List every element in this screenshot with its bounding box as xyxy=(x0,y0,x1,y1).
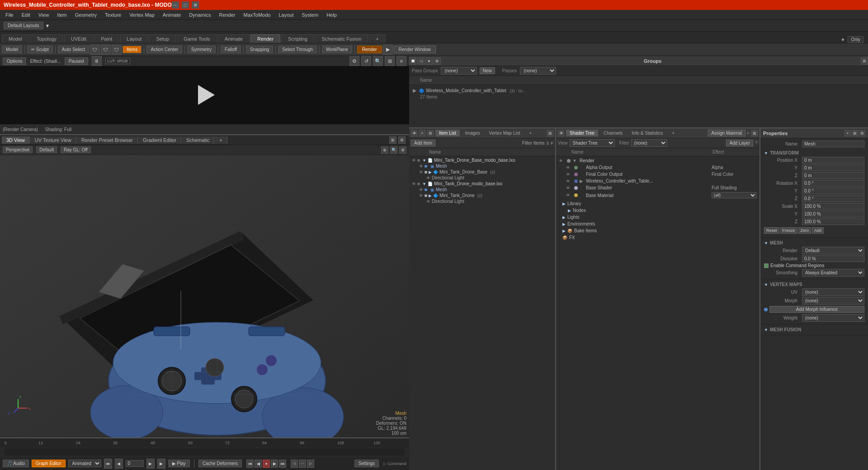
tab-scripting[interactable]: Scripting xyxy=(281,34,314,43)
weight-select[interactable]: (none) xyxy=(802,314,864,322)
filter-S-btn[interactable]: S xyxy=(546,141,549,146)
shading-S-btn[interactable]: S xyxy=(755,140,758,146)
cache-deformers-btn[interactable]: Cache Deformers xyxy=(198,460,242,467)
sculpt-btn[interactable]: ✏ Sculpt xyxy=(27,46,53,53)
shading-eye-render[interactable]: 👁 xyxy=(559,159,565,163)
play-label-btn[interactable]: ▶ Play xyxy=(168,460,190,467)
transport-3[interactable]: ● xyxy=(263,460,270,468)
shading-row-render[interactable]: 👁 ▼ Render xyxy=(557,157,759,164)
play-btn[interactable]: ▶ xyxy=(146,459,155,469)
shading-bake-items[interactable]: ▶ 📦 Bake Items xyxy=(559,227,757,234)
action-center-btn[interactable]: Action Center xyxy=(146,46,182,53)
viewport-tab-schematic[interactable]: Schematic xyxy=(182,136,214,144)
eye-g2[interactable]: 👁 xyxy=(419,193,423,198)
mesh-expand[interactable]: ▼ xyxy=(764,241,768,245)
paused-btn[interactable]: Paused xyxy=(65,57,88,65)
menu-edit[interactable]: Edit xyxy=(18,11,34,19)
animated-select[interactable]: Animated xyxy=(68,460,101,467)
mf-expand[interactable]: ▼ xyxy=(764,328,768,332)
tab-info-stats[interactable]: Info & Statistics xyxy=(628,130,666,136)
shading-row-finalcolor[interactable]: 👁 Final Color Output Final Color xyxy=(557,171,759,178)
tab-topology[interactable]: Topology xyxy=(30,34,63,43)
shield-icon-1[interactable]: 🛡 xyxy=(90,45,100,55)
menu-view[interactable]: View xyxy=(35,11,53,19)
menu-geometry[interactable]: Geometry xyxy=(71,11,100,19)
preview-zoom-icon[interactable]: 🔍 xyxy=(373,56,383,66)
preview-maximize-icon[interactable]: ⊞ xyxy=(385,56,395,66)
groups-icon-2[interactable]: ◁ xyxy=(417,57,425,65)
enable-cmd-checkbox[interactable] xyxy=(764,263,769,268)
preview-settings-icon[interactable]: ⚙ xyxy=(349,56,359,66)
motion-3[interactable]: ▷ xyxy=(307,460,314,468)
filter-F-btn[interactable]: F xyxy=(551,141,554,146)
menu-animate[interactable]: Animate xyxy=(159,11,184,19)
pause-icon[interactable]: ⏸ xyxy=(92,56,102,66)
render-select[interactable]: Default xyxy=(802,247,864,254)
viewport-zoom-icon[interactable]: 🔍 xyxy=(390,146,397,154)
shading-eye-alpha[interactable]: 👁 xyxy=(566,165,572,170)
eye-l1[interactable]: 👁 xyxy=(426,176,430,180)
tab-render[interactable]: Render xyxy=(250,34,280,43)
sx-input[interactable] xyxy=(802,203,864,210)
close-btn[interactable]: ✕ xyxy=(192,1,199,9)
render-btn[interactable]: Render xyxy=(357,46,382,53)
viewport-tab-gradient[interactable]: Gradient Editor xyxy=(138,136,181,144)
snapping-btn[interactable]: Snapping xyxy=(246,46,273,53)
tab-vertex-map-list[interactable]: Vertex Map List xyxy=(486,130,524,136)
shading-eye-bm[interactable]: 👁 xyxy=(566,193,572,197)
add-morph-influence-btn[interactable]: Add Morph Influence xyxy=(769,306,864,313)
menu-texture[interactable]: Texture xyxy=(101,11,125,19)
pass-groups-select[interactable]: (none) xyxy=(441,67,477,75)
timeline-track[interactable] xyxy=(0,447,409,457)
itemlist-maximize-icon[interactable]: ⊞ xyxy=(547,130,553,136)
transport-4[interactable]: ▶ xyxy=(271,460,278,468)
shading-maximize-icon[interactable]: ⊞ xyxy=(751,130,758,136)
tab-uvedit[interactable]: UVEdit xyxy=(64,34,93,43)
sz-input[interactable] xyxy=(802,218,864,225)
eye-g1[interactable]: 👁 xyxy=(419,170,423,174)
workplane-btn[interactable]: WorkPlane xyxy=(322,46,352,53)
assign-material-btn[interactable]: Assign Material xyxy=(708,130,745,136)
px-input[interactable] xyxy=(802,157,864,164)
viewport-expand-icon[interactable]: ⊞ xyxy=(389,136,396,144)
add-item-btn[interactable]: Add Item xyxy=(411,140,435,146)
graph-editor-btn[interactable]: Graph Editor xyxy=(32,460,66,467)
minimize-btn[interactable]: ─ xyxy=(172,1,179,9)
eye-s2[interactable]: 👁 xyxy=(412,182,416,186)
tree-row-light2[interactable]: 👁 Directional Light xyxy=(410,198,554,204)
menu-help[interactable]: Help xyxy=(323,11,340,19)
viewport-tab-uv[interactable]: UV Texture View xyxy=(30,136,76,144)
eye-icon-s1[interactable]: 👁 xyxy=(412,158,416,163)
shading-eye-w[interactable]: 👁 xyxy=(566,179,572,183)
select-through-btn[interactable]: Select Through xyxy=(278,46,317,53)
passes-select[interactable]: (none) xyxy=(520,67,556,75)
shading-effect-bm-select[interactable]: (all) xyxy=(712,192,757,198)
zero-btn[interactable]: Zero xyxy=(798,227,811,234)
expand-g1[interactable]: ▶ xyxy=(429,170,432,174)
shading-view-select[interactable]: Shader Tree xyxy=(570,139,615,147)
falloff-btn[interactable]: Falloff xyxy=(221,46,241,53)
shading-row-basematerial[interactable]: 👁 Base Material (all) xyxy=(557,191,759,199)
rz-input[interactable] xyxy=(802,195,864,202)
ry-input[interactable] xyxy=(802,188,864,194)
tree-row-group2[interactable]: 👁 ▶ 🔷 Mini_Tank_Drone (2) xyxy=(410,193,554,198)
auto-select-btn[interactable]: Auto Select xyxy=(58,46,89,53)
shading-F-btn[interactable]: F xyxy=(747,131,750,136)
new-group-btn[interactable]: New xyxy=(480,67,495,74)
viewport-snap-icon[interactable]: ⊕ xyxy=(381,146,388,154)
pz-input[interactable] xyxy=(802,172,864,179)
itemlist-gear-icon[interactable]: ⚙ xyxy=(427,130,434,136)
freeze-btn[interactable]: Freeze xyxy=(780,227,797,234)
motion-2[interactable]: ⋯ xyxy=(299,460,306,468)
shading-lights[interactable]: ▶ Lights xyxy=(559,214,757,221)
shading-row-baseshader[interactable]: 👁 Base Shader Full Shading xyxy=(557,184,759,191)
prev-start-btn[interactable]: ⏮ xyxy=(104,459,112,469)
add-layer-btn[interactable]: Add Layer xyxy=(726,140,753,146)
preview-refresh-icon[interactable]: ↺ xyxy=(361,56,371,66)
shield-icon-2[interactable]: 🛡 xyxy=(101,45,111,55)
tab-add-item-list[interactable]: + xyxy=(526,130,536,136)
audio-btn[interactable]: 🎵 Audio xyxy=(3,460,29,467)
tab-shader-tree[interactable]: Shader Tree xyxy=(566,130,598,136)
transport-5[interactable]: ⏭ xyxy=(279,460,286,468)
motion-1[interactable]: ◁ xyxy=(291,460,298,468)
